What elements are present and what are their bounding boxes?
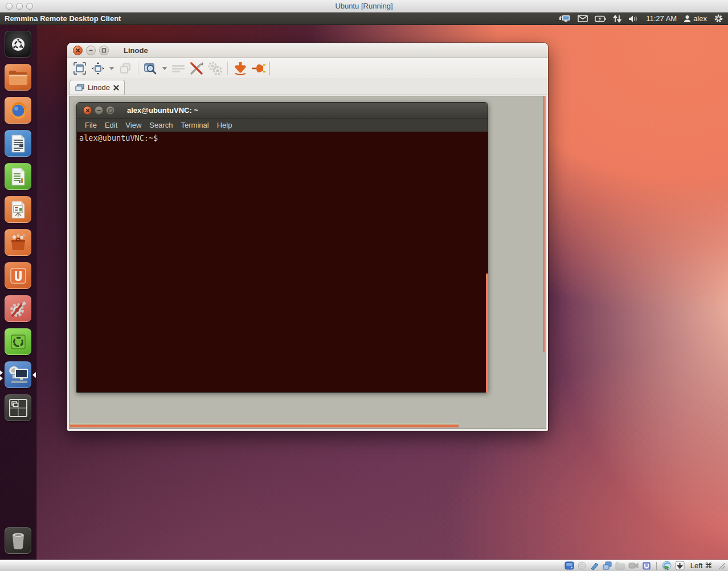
keyboard-capture-icon[interactable] — [675, 561, 685, 570]
host-zoom-button[interactable] — [26, 3, 33, 10]
harddisk-icon[interactable] — [565, 561, 574, 570]
remmina-titlebar[interactable]: Linode — [67, 43, 548, 58]
launcher-item-libreoffice-writer[interactable] — [5, 130, 31, 157]
statusbar-separator — [656, 562, 657, 570]
user-menu[interactable]: alex — [684, 14, 707, 23]
settings-gear-wrench-icon — [8, 299, 28, 319]
terminal-close-button[interactable] — [83, 106, 92, 115]
optical-disc-icon[interactable] — [578, 561, 586, 570]
toolbar-separator — [227, 62, 228, 75]
running-indicator-arrow — [0, 370, 3, 375]
remote-edge-line — [486, 274, 488, 393]
menu-file[interactable]: File — [81, 121, 101, 129]
menu-edit[interactable]: Edit — [101, 121, 121, 129]
panel-clock[interactable]: 11:27 AM — [646, 14, 677, 23]
remmina-window: Linode — [67, 43, 548, 431]
pencil-icon[interactable] — [590, 561, 599, 570]
tab-close-icon[interactable] — [113, 85, 119, 91]
vbox-statusbar: Left ⌘ — [0, 560, 728, 571]
launcher-item-system-settings[interactable] — [5, 295, 31, 322]
session-gear-icon[interactable] — [714, 14, 723, 23]
features-chip-icon[interactable] — [642, 561, 651, 570]
launcher-item-dash-home[interactable] — [5, 31, 31, 58]
mail-icon[interactable] — [578, 15, 588, 22]
launcher-item-ubuntu-one[interactable] — [5, 262, 31, 289]
user-icon — [684, 15, 691, 23]
shell-prompt: alex@ubuntuVNC:~$ — [79, 133, 158, 142]
host-minimize-button[interactable] — [16, 3, 23, 10]
host-window-title: Ubuntu [Running] — [0, 2, 728, 10]
files-folder-icon — [8, 69, 28, 86]
shared-folder-icon[interactable] — [615, 562, 625, 570]
minimize-to-tray-icon[interactable] — [232, 60, 248, 76]
window-close-button[interactable] — [73, 46, 83, 55]
battery-icon[interactable] — [595, 15, 606, 22]
terminal-menubar: File Edit View Search Terminal Help — [77, 119, 488, 132]
video-camera-icon[interactable] — [628, 562, 639, 569]
launcher-item-trash[interactable] — [5, 527, 31, 554]
tab-linode[interactable]: Linode — [69, 80, 125, 95]
running-indicator-arrow — [0, 376, 3, 381]
menu-help[interactable]: Help — [213, 121, 236, 129]
impress-presentation-icon — [10, 200, 27, 219]
launcher-item-files[interactable] — [5, 64, 31, 91]
preferences-gears-icon[interactable] — [207, 60, 223, 76]
mouse-integration-icon[interactable] — [662, 561, 672, 570]
zoom-dropdown-icon[interactable] — [161, 60, 168, 76]
launcher-item-ubuntu-software[interactable] — [5, 328, 31, 355]
terminal-content[interactable]: alex@ubuntuVNC:~$ — [77, 132, 488, 392]
remote-desktop-viewport[interactable]: alex@ubuntuVNC: ~ File Edit View Search … — [69, 96, 546, 429]
firefox-icon — [7, 100, 29, 121]
host-window-controls — [6, 3, 33, 10]
menu-view[interactable]: View — [121, 121, 145, 129]
workspace-switcher-icon — [8, 398, 28, 418]
launcher-item-workspace-switcher[interactable] — [5, 394, 31, 421]
window-minimize-button[interactable] — [86, 46, 96, 55]
duplicate-connection-icon[interactable] — [117, 60, 133, 76]
terminal-title: alex@ubuntuVNC: ~ — [127, 106, 198, 115]
remote-edge-line — [70, 425, 459, 427]
user-name: alex — [693, 14, 707, 23]
terminal-titlebar[interactable]: alex@ubuntuVNC: ~ — [77, 103, 488, 119]
remote-edge-line — [543, 96, 545, 352]
resize-grip[interactable] — [719, 562, 726, 569]
launcher-item-software-center[interactable] — [5, 229, 31, 256]
unity-launcher — [0, 25, 36, 571]
launcher-item-libreoffice-impress[interactable] — [5, 196, 31, 223]
launcher-item-firefox[interactable] — [5, 97, 31, 124]
grab-keyboard-icon[interactable] — [170, 60, 186, 76]
menu-terminal[interactable]: Terminal — [177, 121, 213, 129]
trash-icon — [9, 531, 27, 551]
remmina-icon — [7, 364, 30, 386]
tools-icon[interactable] — [189, 60, 205, 76]
toolbar-handle — [269, 62, 269, 75]
terminal-minimize-button[interactable] — [95, 106, 103, 115]
fullscreen-icon[interactable] — [72, 60, 88, 76]
terminal-window: alex@ubuntuVNC: ~ File Edit View Search … — [76, 102, 488, 393]
ubuntu-software-icon — [9, 332, 28, 352]
panel-app-title: Remmina Remote Desktop Client — [5, 14, 121, 23]
launcher-item-remmina[interactable] — [5, 361, 31, 388]
terminal-maximize-button[interactable] — [106, 106, 114, 115]
zoom-icon[interactable] — [143, 60, 159, 76]
calc-spreadsheet-icon — [10, 167, 27, 186]
disconnect-plug-icon[interactable] — [251, 60, 267, 76]
remmina-tabbar: Linode — [67, 79, 548, 95]
fit-window-icon[interactable] — [90, 60, 106, 76]
volume-icon[interactable] — [628, 15, 639, 23]
remote-session-icon[interactable] — [558, 14, 571, 23]
fit-window-dropdown-icon[interactable] — [108, 60, 115, 76]
host-titlebar: Ubuntu [Running] — [0, 0, 728, 13]
ubuntu-one-icon — [9, 266, 28, 286]
remmina-toolbar — [67, 58, 548, 79]
network-traffic-icon[interactable] — [613, 15, 621, 23]
tab-label: Linode — [88, 83, 110, 92]
ubuntu-top-panel: Remmina Remote Desktop Client — [0, 13, 728, 25]
menu-search[interactable]: Search — [145, 121, 177, 129]
launcher-item-libreoffice-calc[interactable] — [5, 163, 31, 190]
window-maximize-button[interactable] — [99, 46, 109, 55]
overlapping-windows-icon[interactable] — [603, 561, 612, 570]
toolbar-separator — [138, 62, 138, 75]
writer-document-icon — [10, 134, 27, 153]
host-close-button[interactable] — [6, 3, 13, 10]
